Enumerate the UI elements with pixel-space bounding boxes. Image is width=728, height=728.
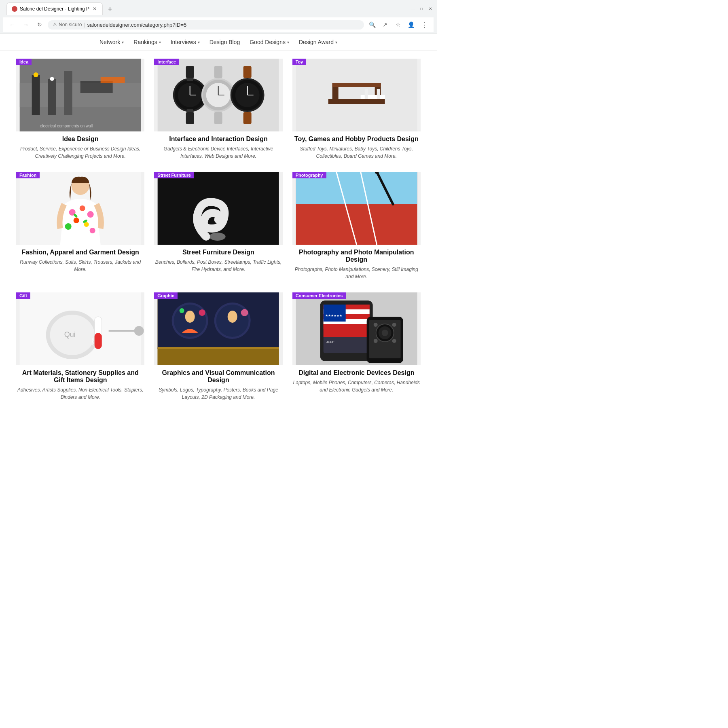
svg-rect-33 (243, 66, 252, 78)
chevron-down-icon: ▾ (335, 40, 337, 44)
url-bar[interactable]: ⚠ Non sicuro | salonedeldesigner.com/cat… (48, 20, 364, 30)
restore-button[interactable]: □ (418, 6, 425, 12)
card-desc-gift: Adhesives, Artists Supplies, Non-Electri… (16, 386, 144, 401)
svg-rect-34 (296, 59, 417, 131)
svg-point-55 (210, 233, 226, 241)
window-controls: — □ ✕ (409, 6, 434, 12)
security-label: Non sicuro (59, 22, 82, 28)
svg-rect-2 (32, 75, 40, 115)
category-card-fashion[interactable]: Fashion (16, 172, 144, 280)
card-desc-graphic: Symbols, Logos, Typography, Posters, Boo… (154, 386, 282, 401)
svg-text:★★★★★★: ★★★★★★ (325, 314, 342, 317)
close-button[interactable]: ✕ (427, 6, 434, 12)
svg-rect-40 (364, 89, 368, 99)
card-title-gift: Art Materials, Stationery Supplies and G… (16, 369, 144, 384)
nav-item-design-blog[interactable]: Design Blog (210, 39, 240, 45)
nav-interviews-label: Interviews (171, 39, 196, 45)
card-image-interface: Interface (154, 59, 282, 131)
svg-point-101 (373, 323, 377, 327)
card-image-street: Street Furniture (154, 172, 282, 245)
card-title-interface: Interface and Interaction Design (169, 135, 268, 143)
svg-rect-18 (186, 112, 194, 124)
bookmark-icon[interactable]: ☆ (392, 19, 404, 30)
tab-close-button[interactable]: ✕ (92, 5, 97, 13)
nav-network-label: Network (99, 39, 120, 45)
svg-rect-4 (64, 71, 72, 115)
svg-rect-92 (323, 324, 369, 329)
tab-title: Salone del Designer - Lighting P (20, 6, 89, 12)
tab-favicon (12, 6, 17, 12)
category-card-toy[interactable]: Toy Toy, Games and Hobby Products Design… (292, 59, 421, 160)
nav-item-design-award[interactable]: Design Award ▾ (299, 39, 337, 45)
chevron-down-icon: ▾ (287, 40, 289, 44)
chevron-down-icon: ▾ (122, 40, 124, 44)
svg-point-6 (50, 77, 54, 81)
category-card-idea[interactable]: Idea electrical components on wall Idea … (16, 59, 144, 160)
profile-icon[interactable]: 👤 (405, 19, 417, 30)
svg-rect-67 (95, 333, 102, 349)
category-card-photography[interactable]: Photography Photography and Photo Manipu… (292, 172, 421, 280)
svg-point-103 (373, 339, 377, 343)
category-card-graphic[interactable]: Graphic (154, 292, 282, 401)
svg-point-48 (84, 222, 89, 227)
menu-button[interactable]: ⋮ (419, 19, 430, 30)
svg-rect-83 (158, 347, 279, 349)
card-title-idea: Idea Design (62, 135, 99, 143)
svg-point-102 (392, 323, 396, 327)
nav-good-designs-label: Good Designs (250, 39, 286, 45)
svg-point-77 (180, 308, 184, 313)
svg-rect-25 (214, 112, 222, 124)
url-text: salonedeldesigner.com/category.php?ID=5 (87, 22, 359, 28)
badge-interface: Interface (154, 59, 179, 65)
svg-point-76 (199, 309, 205, 316)
svg-rect-38 (332, 83, 381, 87)
card-image-fashion: Fashion (16, 172, 144, 245)
category-card-street[interactable]: Street Furniture Street Furniture Design… (154, 172, 282, 280)
svg-point-46 (87, 211, 94, 218)
nav-rankings-label: Rankings (133, 39, 157, 45)
badge-electronics: Consumer Electronics (292, 292, 346, 299)
svg-rect-26 (214, 66, 222, 78)
card-title-photography: Photography and Photo Manipulation Desig… (292, 249, 421, 263)
forward-button[interactable]: → (20, 19, 32, 30)
address-bar: ← → ↻ ⚠ Non sicuro | salonedeldesigner.c… (3, 17, 434, 32)
nav-item-good-designs[interactable]: Good Designs ▾ (250, 39, 289, 45)
svg-point-49 (65, 223, 72, 230)
warning-icon: ⚠ (53, 22, 57, 28)
reload-button[interactable]: ↻ (34, 19, 45, 30)
nav-item-network[interactable]: Network ▾ (99, 39, 124, 45)
card-desc-toy: Stuffed Toys, Miniatures, Baby Toys, Chi… (292, 145, 421, 160)
card-desc-fashion: Runway Collections, Suits, Skirts, Trous… (16, 258, 144, 273)
card-desc-interface: Gadgets & Electronic Device Interfaces, … (154, 145, 282, 160)
svg-text:JEEP: JEEP (326, 340, 334, 344)
badge-photography: Photography (292, 172, 326, 178)
new-tab-button[interactable]: + (104, 4, 116, 15)
nav-item-rankings[interactable]: Rankings ▾ (133, 39, 161, 45)
category-card-interface[interactable]: Interface (154, 59, 282, 160)
search-icon[interactable]: 🔍 (366, 19, 378, 30)
svg-point-45 (80, 205, 85, 211)
svg-point-50 (90, 228, 95, 233)
card-title-toy: Toy, Games and Hobby Products Design (294, 135, 419, 143)
site-navigation: Network ▾ Rankings ▾ Interviews ▾ Design… (0, 34, 437, 51)
back-button[interactable]: ← (6, 19, 18, 30)
active-tab[interactable]: Salone del Designer - Lighting P ✕ (6, 2, 103, 15)
badge-fashion: Fashion (16, 172, 40, 178)
tab-bar: Salone del Designer - Lighting P ✕ + (3, 2, 119, 15)
svg-rect-41 (377, 89, 380, 99)
svg-rect-82 (158, 348, 279, 365)
svg-text:electrical components on wall: electrical components on wall (40, 124, 93, 128)
category-card-gift[interactable]: Gift Qui OIZO Art Materials, Stationery (16, 292, 144, 401)
nav-item-interviews[interactable]: Interviews ▾ (171, 39, 200, 45)
share-icon[interactable]: ↗ (379, 19, 391, 30)
svg-point-5 (34, 72, 38, 77)
svg-point-75 (185, 311, 195, 323)
svg-rect-8 (101, 77, 125, 83)
category-card-electronics[interactable]: Consumer Electronics ★★★★★★ (292, 292, 421, 401)
browser-chrome: Salone del Designer - Lighting P ✕ + — □… (0, 0, 437, 34)
badge-idea: Idea (16, 59, 32, 65)
card-desc-electronics: Laptops, Mobile Phones, Computers, Camer… (292, 379, 421, 394)
card-image-photography: Photography (292, 172, 421, 245)
minimize-button[interactable]: — (409, 6, 416, 12)
card-image-toy: Toy (292, 59, 421, 131)
